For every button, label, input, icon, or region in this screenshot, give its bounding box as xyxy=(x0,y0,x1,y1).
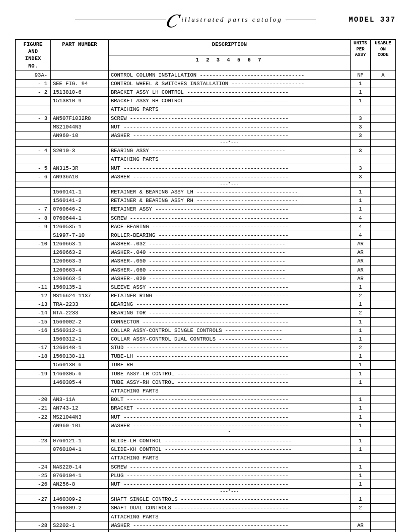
cell-units: 1 xyxy=(351,283,371,291)
cell-usable-code xyxy=(371,292,396,300)
table-row: 1560130-6TUBE-RH -----------------------… xyxy=(16,361,396,369)
cell-usable-code xyxy=(371,257,396,265)
table-row: ATTACHING PARTS xyxy=(16,512,396,521)
cell-usable-code xyxy=(371,317,396,326)
cell-part-number: AN507F1032R8 xyxy=(51,114,109,122)
logo-tagline: illustrated parts catalog xyxy=(181,16,283,24)
cell-part-number: NTA-2233 xyxy=(51,309,109,317)
cell-usable-code xyxy=(371,265,396,274)
table-row: ATTACHING PARTS xyxy=(16,155,396,164)
cell-figure: -20 xyxy=(16,395,51,404)
table-row: -28S2202-1WASHER -----------------------… xyxy=(16,521,396,529)
cell-figure: -25 xyxy=(16,471,51,480)
table-row: -26AN256-8NUT --------------------------… xyxy=(16,480,396,488)
cell-units: 2 xyxy=(351,292,371,300)
cell-description: STUD -----------------------------------… xyxy=(109,344,351,352)
cell-usable-code xyxy=(371,172,396,181)
cell-usable-code xyxy=(371,231,396,239)
cell-description: ATTACHING PARTS xyxy=(109,386,351,395)
cell-figure xyxy=(16,140,51,147)
cell-units: 1 xyxy=(351,335,371,343)
table-row: ATTACHING PARTS xyxy=(16,386,396,395)
cell-description: NUT ------------------------------------… xyxy=(109,480,351,488)
cell-figure: -12 xyxy=(16,292,51,300)
cell-part-number: 1513810-6 xyxy=(51,88,109,97)
cell-units: 3 xyxy=(351,164,371,172)
cell-usable-code xyxy=(371,369,396,378)
cell-figure xyxy=(16,378,51,386)
cell-description: BEARING TOR ----------------------------… xyxy=(109,309,351,317)
cell-units: AR xyxy=(351,257,371,265)
cell-description: SHAFT SINGLE CONTROLS ------------------… xyxy=(109,495,351,504)
cell-usable-code xyxy=(371,97,396,105)
cell-usable-code xyxy=(371,344,396,352)
cell-part-number: TRA-2233 xyxy=(51,300,109,309)
cell-part-number: 1560312-1 xyxy=(51,335,109,343)
cell-figure xyxy=(16,512,51,521)
cell-usable-code xyxy=(371,300,396,309)
cell-usable-code xyxy=(371,309,396,317)
table-row: 1560312-1COLLAR ASSY-CONTROL DUAL CONTRO… xyxy=(16,335,396,343)
table-row: -20AN3-11ABOLT -------------------------… xyxy=(16,395,396,404)
cell-part-number: 1260663-3 xyxy=(51,257,109,265)
cell-part-number: 1560312-1 xyxy=(51,326,109,335)
cell-usable-code xyxy=(371,248,396,257)
cell-part-number: S1997-7-10 xyxy=(51,231,109,239)
cell-description: RETAINER RING --------------------------… xyxy=(109,292,351,300)
cell-figure xyxy=(16,155,51,164)
cell-usable-code xyxy=(371,214,396,222)
cell-description: SLEEVE ASSY ----------------------------… xyxy=(109,283,351,291)
table-row: -111560135-1SLEEVE ASSY ----------------… xyxy=(16,283,396,291)
cell-part-number: SEE FIG. 94 xyxy=(51,79,109,88)
cell-part-number xyxy=(51,512,109,521)
cell-usable-code xyxy=(371,140,396,147)
cell-units: 1 xyxy=(351,480,371,488)
cell-units: 1 xyxy=(351,326,371,335)
table-row: - 3AN507F1032R8SCREW -------------------… xyxy=(16,114,396,122)
cell-part-number: AN743-12 xyxy=(51,404,109,413)
cell-description: ATTACHING PARTS xyxy=(109,105,351,114)
cell-units: 1 xyxy=(351,361,371,369)
cell-description: TUBE ASSY-LH CONTROL -------------------… xyxy=(109,369,351,378)
table-row: -29AN960-516LWASHER MINIMUM OF ONE -----… xyxy=(16,529,396,532)
cell-units: 1 xyxy=(351,378,371,386)
cell-figure: -23 xyxy=(16,436,51,445)
cell-part-number: MS21044N3 xyxy=(51,122,109,131)
cell-part-number: 0760646-2 xyxy=(51,205,109,214)
table-row: -161560312-1COLLAR ASSY-CONTROL SINGLE C… xyxy=(16,326,396,335)
cell-usable-code xyxy=(371,445,396,454)
cell-figure xyxy=(16,97,51,105)
col-header-usable: USABLE ON CODE xyxy=(371,40,396,71)
cell-figure: - 4 xyxy=(16,147,51,155)
cell-units xyxy=(351,181,371,187)
cell-part-number: 1560002-2 xyxy=(51,317,109,326)
cell-part-number: 1560141-2 xyxy=(51,196,109,205)
cell-description: ---*--- xyxy=(109,489,351,495)
cell-description: BRACKET ASSY RH CONTROL ----------------… xyxy=(109,97,351,105)
cell-part-number: AN960-10 xyxy=(51,131,109,140)
cell-usable-code xyxy=(371,378,396,386)
cell-description: SHAFT DUAL CONTROLS --------------------… xyxy=(109,504,351,512)
table-row: ATTACHING PARTS xyxy=(16,105,396,114)
cell-part-number xyxy=(51,71,109,79)
cell-part-number: 0760121-1 xyxy=(51,436,109,445)
cell-usable-code xyxy=(371,504,396,512)
cell-description: TUBE ASSY-RH CONTROL -------------------… xyxy=(109,378,351,386)
cell-figure: -13 xyxy=(16,300,51,309)
cell-usable-code xyxy=(371,521,396,529)
cell-usable-code xyxy=(371,326,396,335)
cell-figure xyxy=(16,504,51,512)
cell-figure: -19 xyxy=(16,369,51,378)
cell-description: ATTACHING PARTS xyxy=(109,155,351,164)
cell-units: 1 xyxy=(351,317,371,326)
cell-usable-code xyxy=(371,122,396,131)
cell-figure: -29 xyxy=(16,529,51,532)
cell-figure xyxy=(16,445,51,454)
cell-usable-code xyxy=(371,421,396,430)
cell-part-number xyxy=(51,454,109,462)
cell-part-number xyxy=(51,181,109,187)
table-row: 1260663-4WASHER-.060 -------------------… xyxy=(16,265,396,274)
cell-figure xyxy=(16,454,51,462)
table-row: -230760121-1GLIDE-LH CONTROL -----------… xyxy=(16,436,396,445)
cell-part-number: 1513810-9 xyxy=(51,97,109,105)
